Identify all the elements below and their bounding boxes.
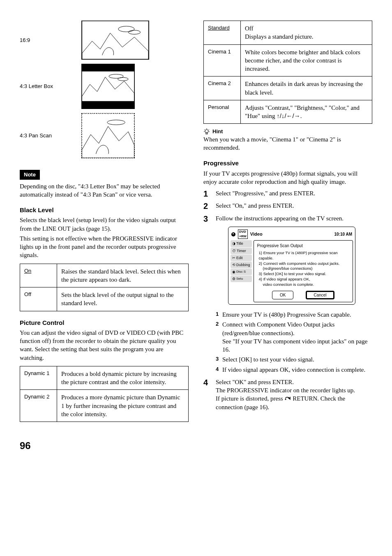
sidebar-item: ◉Disc S <box>231 269 252 275</box>
table-desc: Sets the black level of the output signa… <box>57 287 189 311</box>
substep-item: Select [OK] to test your video signal. <box>216 355 372 364</box>
table-label: Cinema 2 <box>204 76 241 100</box>
table-label: Dynamic 2 <box>20 390 57 422</box>
sidebar-item: ⚙Setu <box>231 276 252 282</box>
ratio-label: 16:9 <box>20 37 77 44</box>
table-label: Dynamic 1 <box>20 366 57 390</box>
table-label: On <box>20 264 57 287</box>
screenshot-time: 10:10 AM <box>334 232 352 237</box>
svg-rect-16 <box>206 133 208 134</box>
table-desc: White colors become brighter and black c… <box>241 44 372 76</box>
svg-line-13 <box>209 130 210 130</box>
ratio-row-panscan: 4:3 Pan Scan <box>20 113 189 158</box>
note-badge: Note <box>20 170 40 180</box>
landscape-letterbox-icon <box>81 64 135 109</box>
table-label: Personal <box>204 100 241 124</box>
svg-point-17 <box>285 399 286 400</box>
ok-button[interactable]: OK <box>272 291 293 300</box>
svg-point-10 <box>205 130 208 133</box>
sidebar-item: ◑Title <box>231 240 252 247</box>
substep-item: Connect with Component Video Output jack… <box>216 320 372 354</box>
screenshot-main: Progressive Scan Output 1) Ensure your T… <box>254 240 353 302</box>
table-row: Cinema 2 Enhances details in dark areas … <box>204 76 372 100</box>
table-desc: Off Displays a standard picture. <box>241 21 372 45</box>
svg-line-12 <box>204 130 205 130</box>
ratio-thumb-16-9 <box>81 21 149 60</box>
dvd-rw-icon <box>231 232 235 236</box>
table-desc: Raises the standard black level. Select … <box>57 264 189 287</box>
substep-list: Ensure your TV is (480p) Progressive Sca… <box>216 310 372 374</box>
tv-screenshot: DVD+RW Video 10:10 AM ◑Title ⏱Timer ✂Edi… <box>228 227 355 305</box>
ratio-row-letterbox: 4:3 Letter Box <box>20 64 189 109</box>
table-desc: Adjusts "Contrast," "Brightness," "Color… <box>241 100 372 124</box>
svg-rect-0 <box>82 21 149 59</box>
picture-control-heading: Picture Control <box>20 319 189 327</box>
sidebar-item: ⏱Timer <box>231 248 252 254</box>
table-desc: Produces a bold dynamic picture by incre… <box>57 366 189 390</box>
ratio-thumb-letterbox <box>81 64 135 109</box>
table-label: Cinema 1 <box>204 44 241 76</box>
table-row: Dynamic 2 Produces a more dynamic pictur… <box>20 390 189 422</box>
dvd-rw-badge: DVD+RW <box>238 229 248 239</box>
black-level-intro2: This setting is not effective when the P… <box>20 234 189 259</box>
progressive-steps: Select "Progressive," and press ENTER. S… <box>203 189 372 411</box>
picture-control-table-cont: Standard Off Displays a standard picture… <box>203 21 372 124</box>
screenshot-main-heading: Progressive Scan Output <box>257 243 349 249</box>
picture-control-table: Dynamic 1 Produces a bold dynamic pictur… <box>20 366 189 422</box>
hint-bulb-icon <box>203 128 210 135</box>
substep-item: Ensure your TV is (480p) Progressive Sca… <box>216 310 372 319</box>
table-row: Off Sets the black level of the output s… <box>20 287 189 311</box>
landscape-wide-icon <box>81 21 149 60</box>
black-level-table: On Raises the standard black level. Sele… <box>20 264 189 311</box>
progressive-heading: Progressive <box>203 159 372 167</box>
table-label: Standard <box>204 21 241 45</box>
ratio-label: 4:3 Letter Box <box>20 83 77 90</box>
table-row: Personal Adjusts "Contrast," "Brightness… <box>204 100 372 124</box>
ratio-row-16-9: 16:9 <box>20 21 189 60</box>
table-desc: Enhances details in dark areas by increa… <box>241 76 372 100</box>
table-row: On Raises the standard black level. Sele… <box>20 264 189 287</box>
hint-text: When you watch a movie, "Cinema 1" or "C… <box>203 135 372 152</box>
substep-item: If video signal appears OK, video connec… <box>216 366 372 374</box>
black-level-intro: Selects the black level (setup level) fo… <box>20 216 189 233</box>
return-arrow-icon <box>284 396 291 401</box>
ratio-label: 4:3 Pan Scan <box>20 132 77 139</box>
screenshot-sidebar: ◑Title ⏱Timer ✂Edit ⟲Dubbing ◉Disc S ⚙Se… <box>231 240 252 302</box>
cancel-button[interactable]: Cancel <box>306 291 334 300</box>
landscape-panscan-icon <box>81 113 135 158</box>
step-item: Select "Progressive," and press ENTER. <box>203 189 372 197</box>
step-item: Follow the instructions appearing on the… <box>203 214 372 374</box>
sidebar-item: ✂Edit <box>231 255 252 261</box>
svg-rect-5 <box>82 101 134 109</box>
sidebar-item: ⟲Dubbing <box>231 262 252 268</box>
progressive-intro: If your TV accepts progressive (480p) fo… <box>203 169 372 186</box>
picture-control-intro: You can adjust the video signal of DVD o… <box>20 329 189 362</box>
svg-rect-4 <box>82 64 134 72</box>
hint-row: Hint <box>203 128 372 135</box>
arrow-keys-icon: ↑/↓/←/→ <box>277 112 300 119</box>
table-row: Cinema 1 White colors become brighter an… <box>204 44 372 76</box>
black-level-heading: Black Level <box>20 206 189 214</box>
table-label: Off <box>20 287 57 311</box>
page-number: 96 <box>20 439 372 452</box>
step-item: Select "OK" and press ENTER. The PROGRES… <box>203 378 372 411</box>
screenshot-title: Video <box>250 231 263 237</box>
table-desc: Produces a more dynamic picture than Dyn… <box>57 390 189 422</box>
ratio-thumb-panscan <box>81 113 135 158</box>
step-item: Select "On," and press ENTER. <box>203 202 372 210</box>
svg-rect-8 <box>82 114 134 158</box>
hint-label: Hint <box>212 128 223 135</box>
table-row: Standard Off Displays a standard picture… <box>204 21 372 45</box>
table-row: Dynamic 1 Produces a bold dynamic pictur… <box>20 366 189 390</box>
note-text: Depending on the disc, "4:3 Letter Box" … <box>20 182 189 199</box>
